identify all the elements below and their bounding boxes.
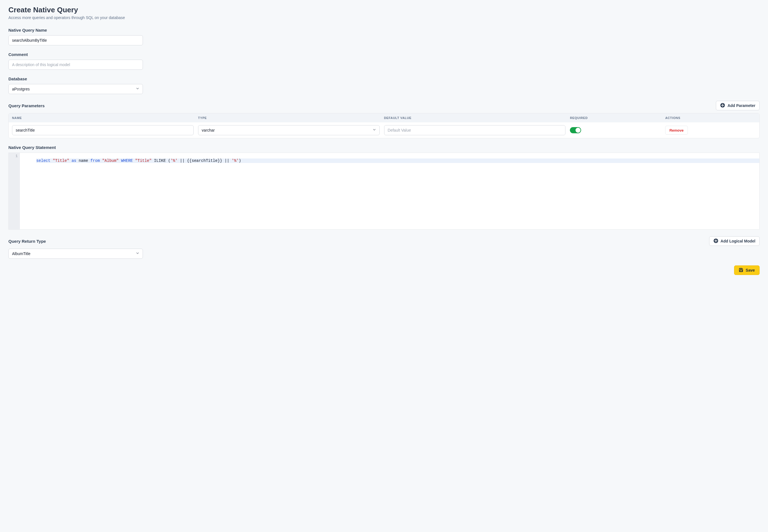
field-group-database: Database aPostgres bbox=[8, 76, 760, 94]
code-editor[interactable]: 1 select "Title" as name from "Album" WH… bbox=[8, 153, 760, 230]
footer-actions: Save bbox=[8, 265, 760, 275]
page-title: Create Native Query bbox=[8, 6, 760, 14]
code-token: '%' bbox=[170, 158, 177, 163]
toggle-knob bbox=[576, 128, 581, 133]
label-database: Database bbox=[8, 76, 760, 81]
section-query-parameters: Query Parameters Add Parameter NAME TYPE… bbox=[8, 101, 760, 138]
label-query-parameters: Query Parameters bbox=[8, 103, 45, 108]
param-type-select[interactable]: varchar bbox=[198, 125, 379, 135]
section-query-statement: Native Query Statement 1 select "Title" … bbox=[8, 145, 760, 230]
code-token: ) bbox=[239, 158, 241, 163]
add-parameter-label: Add Parameter bbox=[727, 103, 755, 108]
field-group-query-name: Native Query Name bbox=[8, 28, 760, 45]
col-header-required: REQUIRED bbox=[570, 116, 661, 120]
code-token: WHERE bbox=[121, 158, 135, 163]
parameters-table-header: NAME TYPE DEFAULT VALUE REQUIRED ACTIONS bbox=[9, 113, 759, 122]
label-query-name: Native Query Name bbox=[8, 28, 760, 32]
plus-circle-icon bbox=[713, 238, 718, 244]
param-default-input[interactable] bbox=[384, 125, 566, 135]
save-button[interactable]: Save bbox=[734, 265, 760, 275]
select-return-type[interactable]: AlbumTitle bbox=[8, 249, 143, 259]
code-token: '%' bbox=[232, 158, 239, 163]
select-database[interactable]: aPostgres bbox=[8, 84, 143, 94]
plus-circle-icon bbox=[720, 103, 725, 109]
label-query-statement: Native Query Statement bbox=[8, 145, 760, 150]
line-number: 1 bbox=[10, 154, 18, 158]
input-query-name[interactable] bbox=[8, 35, 143, 45]
code-token: || {{searchTitle}} || bbox=[178, 158, 232, 163]
add-logical-model-label: Add Logical Model bbox=[721, 239, 755, 243]
code-token: select bbox=[36, 158, 53, 163]
section-return-type: Query Return Type Add Logical Model Albu… bbox=[8, 236, 760, 259]
param-required-toggle[interactable] bbox=[570, 127, 581, 133]
remove-param-button[interactable]: Remove bbox=[665, 126, 688, 135]
input-comment[interactable] bbox=[8, 60, 143, 70]
table-row: varchar Remove bbox=[9, 122, 759, 138]
add-parameter-button[interactable]: Add Parameter bbox=[716, 101, 760, 110]
code-token: "Title" bbox=[135, 158, 154, 163]
code-content[interactable]: select "Title" as name from "Album" WHER… bbox=[20, 153, 759, 229]
add-logical-model-button[interactable]: Add Logical Model bbox=[709, 236, 760, 246]
code-token: ILIKE ( bbox=[154, 158, 171, 163]
save-icon bbox=[739, 268, 743, 273]
svg-rect-3 bbox=[740, 270, 742, 271]
col-header-actions: ACTIONS bbox=[665, 116, 756, 120]
label-comment: Comment bbox=[8, 52, 760, 57]
col-header-type: TYPE bbox=[198, 116, 379, 120]
page-subtitle: Access more queries and operators throug… bbox=[8, 15, 760, 20]
field-group-comment: Comment bbox=[8, 52, 760, 70]
col-header-default: DEFAULT VALUE bbox=[384, 116, 566, 120]
code-token: "Album" bbox=[102, 158, 121, 163]
parameters-table: NAME TYPE DEFAULT VALUE REQUIRED ACTIONS… bbox=[8, 113, 760, 138]
code-token: name bbox=[79, 158, 90, 163]
label-return-type: Query Return Type bbox=[8, 239, 46, 244]
code-gutter: 1 bbox=[9, 153, 20, 229]
svg-rect-2 bbox=[740, 268, 742, 269]
param-name-input[interactable] bbox=[12, 125, 194, 135]
code-token: "Title" bbox=[53, 158, 71, 163]
code-token: from bbox=[90, 158, 102, 163]
code-token: as bbox=[71, 158, 78, 163]
col-header-name: NAME bbox=[12, 116, 194, 120]
save-button-label: Save bbox=[746, 268, 755, 272]
